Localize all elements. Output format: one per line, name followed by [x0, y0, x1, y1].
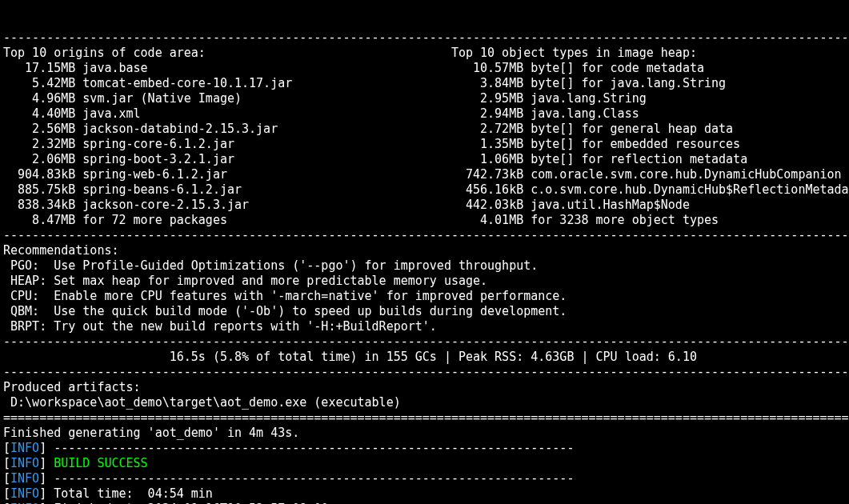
log-level-info: INFO — [10, 471, 39, 486]
rule-dash: ----------------------------------------… — [3, 334, 849, 349]
maven-build-success: [INFO] BUILD SUCCESS — [3, 456, 148, 470]
recommendation-line: PGO: Use Profile-Guided Optimizations ('… — [3, 258, 538, 273]
maven-line: [INFO] ---------------------------------… — [3, 471, 574, 486]
finished-line: Finished generating 'aot_demo' in 4m 43s… — [3, 426, 299, 440]
recommendation-line: CPU: Enable more CPU features with '-mar… — [3, 289, 567, 303]
stat-row: 838.34kB jackson-core-2.15.3.jar 442.03k… — [3, 198, 690, 212]
recommendations-title: Recommendations: — [3, 243, 119, 258]
stat-row: 904.83kB spring-web-6.1.2.jar 742.73kB c… — [3, 167, 842, 182]
stat-more-row: 8.47MB for 72 more packages 4.01MB for 3… — [3, 213, 719, 227]
stat-row: 17.15MB java.base 10.57MB byte[] for cod… — [3, 61, 704, 75]
rule-dash: ----------------------------------------… — [3, 365, 849, 379]
stat-row: 4.40MB java.xml 2.94MB java.lang.Class — [3, 106, 639, 121]
recommendation-line: QBM: Use the quick build mode ('-Ob') to… — [3, 304, 567, 318]
stat-row: 2.32MB spring-core-6.1.2.jar 1.35MB byte… — [3, 137, 740, 151]
recommendation-line: HEAP: Set max heap for improved and more… — [3, 274, 487, 288]
stat-row: 5.42MB tomcat-embed-core-10.1.17.jar 3.8… — [3, 76, 726, 90]
log-level-info: INFO — [10, 456, 39, 470]
stat-row: 2.56MB jackson-databind-2.15.3.jar 2.72M… — [3, 122, 733, 136]
recommendation-line: BRPT: Try out the new build reports with… — [3, 319, 437, 334]
produced-artifact: D:\workspace\aot_demo\target\aot_demo.ex… — [3, 395, 401, 410]
gc-summary: 16.5s (5.8% of total time) in 155 GCs | … — [3, 350, 697, 364]
log-level-info: INFO — [10, 441, 39, 455]
stat-row: 2.06MB spring-boot-3.2.1.jar 1.06MB byte… — [3, 152, 747, 166]
maven-line: [INFO] ---------------------------------… — [3, 441, 574, 455]
stat-row: 4.96MB svm.jar (Native Image) 2.95MB jav… — [3, 91, 647, 106]
stat-row: 885.75kB spring-beans-6.1.2.jar 456.16kB… — [3, 182, 849, 197]
maven-total-time: [INFO] Total time: 04:54 min — [3, 486, 213, 501]
rule-dash: ----------------------------------------… — [3, 30, 849, 45]
log-level-info: INFO — [10, 486, 39, 501]
rule-eq: ========================================… — [3, 410, 849, 425]
section-headers: Top 10 origins of code area: Top 10 obje… — [3, 46, 697, 60]
produced-artifacts-title: Produced artifacts: — [3, 380, 141, 394]
terminal: ----------------------------------------… — [0, 30, 849, 504]
rule-dash: ----------------------------------------… — [3, 228, 849, 242]
